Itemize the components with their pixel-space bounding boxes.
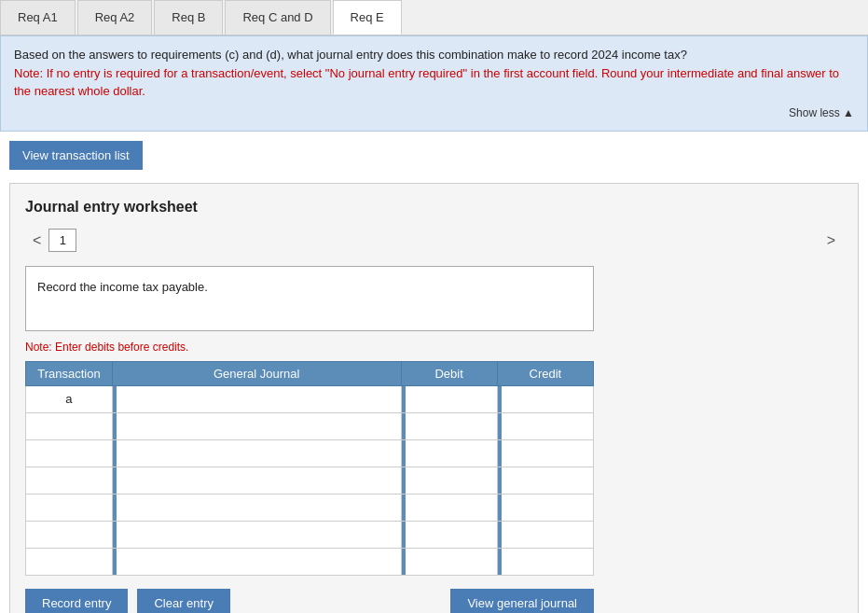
table-row <box>26 439 594 467</box>
view-transaction-button[interactable]: View transaction list <box>9 141 143 170</box>
credit-cell[interactable] <box>497 412 593 439</box>
debit-input[interactable] <box>406 440 497 467</box>
debit-cell[interactable] <box>401 412 497 439</box>
pagination: < 1 > <box>25 229 843 253</box>
tab-bar: Req A1 Req A2 Req B Req C and D Req E <box>0 0 868 35</box>
debit-cell[interactable] <box>401 494 497 521</box>
credit-cell[interactable] <box>497 548 593 575</box>
debit-input[interactable] <box>406 386 497 412</box>
action-buttons: Record entry Clear entry View general jo… <box>25 589 594 614</box>
debit-input[interactable] <box>406 522 497 548</box>
tab-req-a1[interactable]: Req A1 <box>0 0 76 35</box>
info-main-text: Based on the answers to requirements (c)… <box>14 48 687 62</box>
credit-cell[interactable] <box>497 439 593 467</box>
transaction-cell <box>26 467 113 494</box>
debit-input[interactable] <box>406 495 497 521</box>
credit-input[interactable] <box>502 495 593 521</box>
debit-input[interactable] <box>406 467 497 494</box>
debit-input[interactable] <box>406 549 497 575</box>
general-journal-input[interactable] <box>117 522 401 548</box>
debit-cell[interactable] <box>401 548 497 575</box>
general-journal-cell[interactable] <box>112 467 401 494</box>
tab-req-b[interactable]: Req B <box>154 0 223 35</box>
transaction-cell <box>26 494 113 521</box>
prev-page-button[interactable]: < <box>25 229 48 253</box>
col-header-debit: Debit <box>401 361 497 385</box>
general-journal-input[interactable] <box>117 386 401 412</box>
worksheet-container: Journal entry worksheet < 1 > Record the… <box>9 183 859 614</box>
col-header-gj: General Journal <box>112 361 401 385</box>
transaction-cell <box>26 521 113 548</box>
credit-cell[interactable] <box>497 467 593 494</box>
table-row <box>26 494 594 521</box>
debit-cell[interactable] <box>401 385 497 412</box>
credit-input[interactable] <box>502 413 593 439</box>
transaction-cell <box>26 548 113 575</box>
general-journal-input[interactable] <box>117 467 401 494</box>
table-row: a <box>26 385 594 412</box>
general-journal-input[interactable] <box>117 440 401 467</box>
credit-input[interactable] <box>502 386 593 412</box>
record-description: Record the income tax payable. <box>25 266 594 331</box>
worksheet-title: Journal entry worksheet <box>25 199 843 216</box>
table-row <box>26 412 594 439</box>
general-journal-cell[interactable] <box>112 385 401 412</box>
page-number: 1 <box>48 229 76 252</box>
debit-cell[interactable] <box>401 521 497 548</box>
debit-cell[interactable] <box>401 467 497 494</box>
tab-req-e[interactable]: Req E <box>333 0 402 35</box>
info-box: Based on the answers to requirements (c)… <box>0 35 868 132</box>
general-journal-cell[interactable] <box>112 412 401 439</box>
table-row <box>26 548 594 575</box>
clear-entry-button[interactable]: Clear entry <box>137 589 230 614</box>
transaction-cell <box>26 412 113 439</box>
table-row <box>26 467 594 494</box>
credit-input[interactable] <box>502 467 593 494</box>
credit-cell[interactable] <box>497 521 593 548</box>
journal-table: Transaction General Journal Debit Credit… <box>25 361 594 576</box>
credit-input[interactable] <box>502 549 593 575</box>
info-red-text: Note: If no entry is required for a tran… <box>14 66 839 99</box>
debit-cell[interactable] <box>401 439 497 467</box>
tab-req-a2[interactable]: Req A2 <box>77 0 153 35</box>
general-journal-input[interactable] <box>117 549 401 575</box>
credit-input[interactable] <box>502 522 593 548</box>
general-journal-cell[interactable] <box>112 494 401 521</box>
col-header-transaction: Transaction <box>26 361 113 385</box>
credit-cell[interactable] <box>497 385 593 412</box>
general-journal-input[interactable] <box>117 495 401 521</box>
next-page-button[interactable]: > <box>820 229 843 253</box>
general-journal-cell[interactable] <box>112 521 401 548</box>
debit-input[interactable] <box>406 413 497 439</box>
note-text: Note: Enter debits before credits. <box>25 341 843 354</box>
general-journal-cell[interactable] <box>112 548 401 575</box>
show-less-link[interactable]: Show less ▲ <box>14 104 854 121</box>
view-general-journal-button[interactable]: View general journal <box>450 589 594 614</box>
transaction-cell: a <box>26 385 113 412</box>
credit-cell[interactable] <box>497 494 593 521</box>
tab-req-c-d[interactable]: Req C and D <box>225 0 330 35</box>
col-header-credit: Credit <box>497 361 593 385</box>
table-row <box>26 521 594 548</box>
general-journal-cell[interactable] <box>112 439 401 467</box>
transaction-cell <box>26 439 113 467</box>
credit-input[interactable] <box>502 440 593 467</box>
general-journal-input[interactable] <box>117 413 401 439</box>
record-entry-button[interactable]: Record entry <box>25 589 128 614</box>
